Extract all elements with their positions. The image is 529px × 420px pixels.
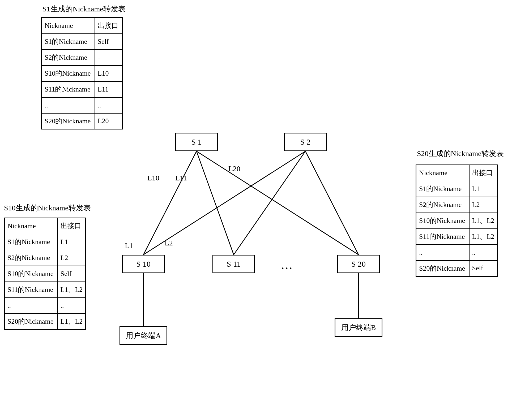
cell-nickname: S10的Nickname: [42, 66, 95, 81]
cell-nickname: S1的Nickname: [5, 234, 58, 250]
table-s20-header-nickname: Nickname: [416, 165, 469, 181]
cell-nickname: S1的Nickname: [416, 181, 469, 197]
table-row: S11的NicknameL1、L2: [416, 229, 497, 245]
cell-nickname: ..: [5, 298, 58, 314]
table-row: ....: [416, 245, 497, 261]
cell-nickname: S20的Nickname: [5, 314, 58, 330]
cell-interface: L2: [58, 250, 86, 266]
table-row: S20的NicknameSelf: [416, 261, 497, 276]
table-s20: Nickname 出接口 S1的NicknameL1 S2的NicknameL2…: [416, 164, 498, 277]
cell-interface: L11: [95, 81, 123, 97]
table-row: S1的NicknameSelf: [42, 34, 123, 50]
cell-interface: L1、L2: [469, 213, 497, 229]
node-terminal-a: 用户终端A: [120, 326, 167, 345]
table-row: S2的Nickname-: [42, 50, 123, 66]
table-s10: Nickname 出接口 S1的NicknameL1 S2的NicknameL2…: [4, 218, 86, 330]
link-label-l11: L11: [175, 174, 187, 182]
table-row: S11的NicknameL1、L2: [5, 282, 86, 298]
node-s20: S 20: [337, 255, 380, 273]
cell-nickname: S2的Nickname: [42, 50, 95, 66]
table-s10-title: S10生成的Nickname转发表: [4, 203, 91, 213]
cell-interface: Self: [95, 34, 123, 50]
cell-interface: L2: [469, 197, 497, 213]
cell-interface: -: [95, 50, 123, 66]
cell-nickname: S20的Nickname: [416, 261, 469, 276]
edge-s1-s11: [197, 151, 234, 255]
table-row: S2的NicknameL2: [416, 197, 497, 213]
cell-interface: L10: [95, 66, 123, 81]
cell-interface: Self: [469, 261, 497, 276]
table-s1-title: S1生成的Nickname转发表: [42, 4, 126, 14]
table-row: ....: [5, 298, 86, 314]
node-terminal-b: 用户终端B: [335, 318, 382, 337]
table-row: S10的NicknameL10: [42, 66, 123, 81]
ellipsis-dots: ···: [281, 263, 293, 274]
table-s10-header-interface: 出接口: [58, 218, 86, 234]
cell-interface: L1、L2: [469, 229, 497, 245]
edge-s2-s11: [234, 151, 305, 255]
cell-interface: ..: [95, 97, 123, 113]
cell-interface: Self: [58, 266, 86, 282]
edge-s1-s20: [197, 151, 359, 255]
table-row: S10的NicknameL1、L2: [416, 213, 497, 229]
link-label-l20: L20: [228, 164, 240, 173]
cell-nickname: S11的Nickname: [42, 81, 95, 97]
table-row: S11的NicknameL11: [42, 81, 123, 97]
cell-nickname: S11的Nickname: [416, 229, 469, 245]
table-row: ....: [42, 97, 123, 113]
node-s1: S 1: [175, 133, 218, 151]
table-row: S2的NicknameL2: [5, 250, 86, 266]
cell-nickname: S2的Nickname: [5, 250, 58, 266]
table-row: S1的NicknameL1: [5, 234, 86, 250]
node-s11: S 11: [212, 255, 255, 273]
table-s10-header-nickname: Nickname: [5, 218, 58, 234]
cell-interface: L1、L2: [58, 314, 86, 330]
table-s1-header-interface: 出接口: [95, 18, 123, 34]
link-label-l2: L2: [165, 239, 173, 247]
table-row: S20的NicknameL1、L2: [5, 314, 86, 330]
cell-nickname: S1的Nickname: [42, 34, 95, 50]
cell-nickname: S20的Nickname: [42, 113, 95, 129]
cell-nickname: ..: [416, 245, 469, 261]
table-s20-title: S20生成的Nickname转发表: [417, 149, 504, 159]
cell-interface: L1、L2: [58, 282, 86, 298]
table-row: S20的NicknameL20: [42, 113, 123, 129]
table-s1-header-nickname: Nickname: [42, 18, 95, 34]
node-s10: S 10: [122, 255, 165, 273]
table-s20-header-interface: 出接口: [469, 165, 497, 181]
cell-interface: L1: [469, 181, 497, 197]
link-label-l10: L10: [147, 174, 159, 182]
cell-interface: L20: [95, 113, 123, 129]
cell-nickname: S2的Nickname: [416, 197, 469, 213]
node-s2: S 2: [284, 133, 327, 151]
cell-interface: ..: [469, 245, 497, 261]
cell-nickname: S10的Nickname: [5, 266, 58, 282]
link-label-l1: L1: [125, 241, 133, 250]
cell-nickname: S11的Nickname: [5, 282, 58, 298]
edge-s2-s20: [305, 151, 359, 255]
table-s1: Nickname 出接口 S1的NicknameSelf S2的Nickname…: [41, 17, 123, 129]
table-row: S10的NicknameSelf: [5, 266, 86, 282]
cell-interface: ..: [58, 298, 86, 314]
table-row: S1的NicknameL1: [416, 181, 497, 197]
cell-interface: L1: [58, 234, 86, 250]
cell-nickname: S10的Nickname: [416, 213, 469, 229]
cell-nickname: ..: [42, 97, 95, 113]
